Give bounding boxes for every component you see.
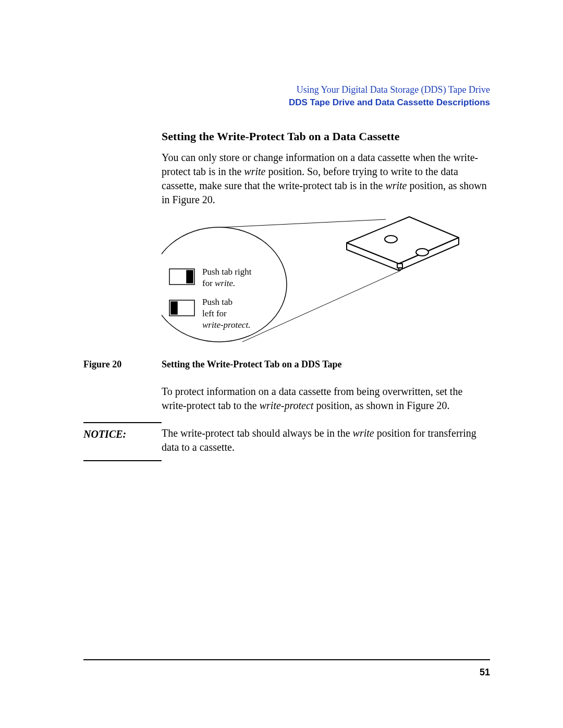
text: Push tab right xyxy=(202,267,251,277)
notice-label: NOTICE: xyxy=(83,422,162,461)
svg-point-10 xyxy=(385,236,397,243)
body-paragraph: You can only store or change information… xyxy=(162,151,490,207)
text-italic: write xyxy=(244,166,265,177)
section-title: DDS Tape Drive and Data Cassette Descrip… xyxy=(83,96,490,109)
page-number: 51 xyxy=(480,667,490,678)
footer-rule xyxy=(83,659,490,660)
notice: NOTICE: The write-protect tab should alw… xyxy=(83,422,490,461)
text-italic: write-protect xyxy=(260,400,314,411)
notice-text: The write-protect tab should always be i… xyxy=(162,422,490,454)
chapter-title: Using Your Digital Data Storage (DDS) Ta… xyxy=(83,83,490,96)
figure-diagram: Push tab right for write. Push tab left … xyxy=(162,214,490,350)
text-italic: write xyxy=(353,427,374,439)
page-header: Using Your Digital Data Storage (DDS) Ta… xyxy=(83,83,490,109)
svg-rect-6 xyxy=(171,302,177,314)
text-italic: write. xyxy=(215,278,235,288)
figure-label: Figure 20 xyxy=(83,359,162,370)
svg-line-0 xyxy=(214,219,386,228)
body-paragraph: To protect information on a data cassett… xyxy=(162,385,490,413)
section-heading: Setting the Write-Protect Tab on a Data … xyxy=(162,130,490,143)
text: The write-protect tab should always be i… xyxy=(162,427,353,439)
svg-rect-4 xyxy=(187,270,193,283)
svg-rect-12 xyxy=(397,264,402,268)
text: for xyxy=(202,278,215,288)
figure-annotation-write: Push tab right for write. xyxy=(202,266,251,289)
figure-caption: Setting the Write-Protect Tab on a DDS T… xyxy=(162,359,342,370)
text: Push tab xyxy=(202,297,232,307)
text: position, as shown in Figure 20. xyxy=(313,400,449,411)
text-italic: write-protect. xyxy=(202,320,250,330)
svg-point-11 xyxy=(416,249,429,256)
text: left for xyxy=(202,309,227,318)
figure-annotation-protect: Push tab left for write-protect. xyxy=(202,297,250,331)
figure-caption-row: Figure 20 Setting the Write-Protect Tab … xyxy=(83,359,490,370)
text-italic: write xyxy=(385,180,407,191)
